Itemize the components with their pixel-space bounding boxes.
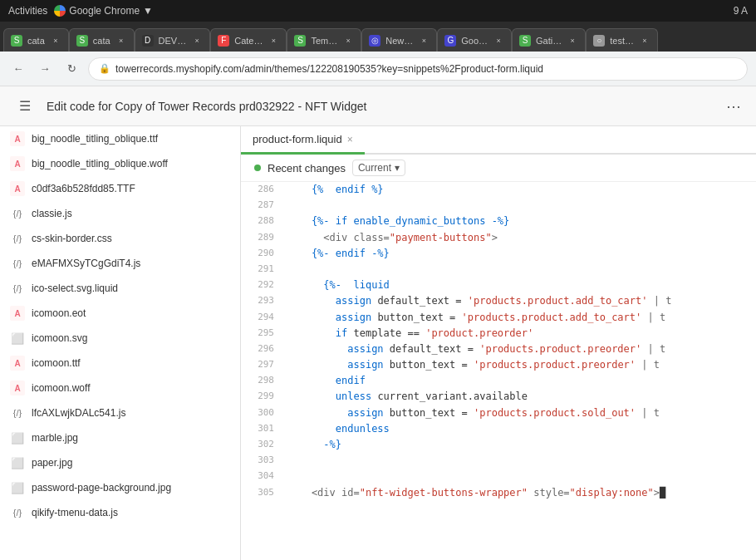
line-content[interactable]: assign button_text = 'products.product.a… bbox=[281, 310, 672, 326]
line-content[interactable]: endunless bbox=[281, 421, 396, 437]
line-content[interactable]: unless current_variant.available bbox=[281, 389, 534, 405]
tab-favicon: S bbox=[76, 35, 88, 47]
list-item[interactable]: Abig_noodle_titling_oblique.ttf bbox=[0, 126, 240, 151]
list-item[interactable]: Aicomoon.woff bbox=[0, 376, 240, 400]
table-row: 287 bbox=[241, 198, 756, 214]
status-dot bbox=[254, 165, 261, 171]
table-row: 299 unless current_variant.available bbox=[241, 389, 756, 405]
image-file-icon: ⬜ bbox=[10, 455, 25, 470]
list-item[interactable]: {/}qikify-tmenu-data.js bbox=[0, 500, 240, 525]
line-content[interactable]: {%- liquid bbox=[281, 278, 396, 293]
tab-close-button[interactable]: × bbox=[268, 35, 279, 47]
browser-tab-gati[interactable]: SGati…× bbox=[512, 28, 586, 52]
code-editor[interactable]: 286 {% endif %}287 288 {%- if enable_dyn… bbox=[241, 182, 756, 560]
line-number: 296 bbox=[241, 341, 281, 356]
tab-close-button[interactable]: × bbox=[342, 35, 354, 47]
browser-tab-dev[interactable]: DDEV…× bbox=[135, 28, 211, 52]
list-item[interactable]: Aicomoon.ttf bbox=[0, 351, 240, 376]
line-content[interactable] bbox=[281, 262, 300, 278]
more-options-button[interactable]: ⋯ bbox=[726, 97, 743, 115]
line-content[interactable]: {% endif %} bbox=[281, 182, 390, 198]
line-content[interactable]: {%- endif -%} bbox=[281, 246, 396, 262]
browser-tab-test[interactable]: ○test…× bbox=[586, 28, 658, 52]
table-row: 286 {% endif %} bbox=[241, 182, 756, 198]
tab-label: cata bbox=[27, 36, 45, 46]
forward-button[interactable]: → bbox=[35, 59, 55, 79]
back-button[interactable]: ← bbox=[8, 59, 28, 79]
list-item[interactable]: {/}cs-skin-border.css bbox=[0, 226, 240, 251]
tab-close-button[interactable]: × bbox=[418, 35, 430, 47]
list-item[interactable]: Aicomoon.eot bbox=[0, 301, 240, 326]
list-item[interactable]: Abig_noodle_titling_oblique.woff bbox=[0, 151, 240, 176]
line-content[interactable]: if template == 'product.preorder' bbox=[281, 326, 540, 341]
list-item[interactable]: Ac0df3a6b528fdd85.TTF bbox=[0, 176, 240, 201]
browser-name: Google Chrome ▼ bbox=[54, 5, 153, 17]
refresh-button[interactable]: ↻ bbox=[61, 59, 81, 79]
list-item[interactable]: {/}classie.js bbox=[0, 201, 240, 226]
line-number: 300 bbox=[241, 405, 281, 420]
line-content[interactable]: -%} bbox=[281, 437, 348, 453]
table-row: 303 bbox=[241, 453, 756, 469]
file-name: icomoon.eot bbox=[32, 307, 86, 319]
file-name: eMAFMXSyTCgGdiT4.js bbox=[32, 258, 140, 269]
file-name: icomoon.svg bbox=[32, 332, 87, 344]
list-item[interactable]: ⬜marble.jpg bbox=[0, 425, 240, 450]
editor-tab-bar: product-form.liquid × bbox=[241, 126, 756, 155]
table-row: 298 endif bbox=[241, 373, 756, 389]
line-content[interactable] bbox=[281, 469, 300, 484]
table-row: 302 -%} bbox=[241, 437, 756, 453]
line-content[interactable]: assign button_text = 'products.product.p… bbox=[281, 357, 666, 373]
url-bar[interactable]: 🔒 towerrecords.myshopify.com/admin/theme… bbox=[88, 57, 748, 81]
file-name: password-page-background.jpg bbox=[32, 482, 171, 494]
os-bar: Activities Google Chrome ▼ 9 A bbox=[0, 0, 756, 22]
list-item[interactable]: ⬜icomoon.svg bbox=[0, 326, 240, 351]
code-file-icon: {/} bbox=[10, 231, 25, 246]
sidebar-toggle-button[interactable]: ☰ bbox=[13, 95, 37, 118]
tab-close-button[interactable]: × bbox=[115, 35, 127, 47]
file-sidebar: Abig_noodle_titling_oblique.ttfAbig_nood… bbox=[0, 126, 241, 560]
browser-tab-tem[interactable]: STem…× bbox=[287, 28, 361, 52]
browser-tab-new[interactable]: ◎New…× bbox=[361, 28, 437, 52]
editor-tab-close-button[interactable]: × bbox=[347, 134, 353, 145]
tab-close-button[interactable]: × bbox=[567, 35, 578, 47]
line-content[interactable]: assign default_text = 'products.product.… bbox=[281, 293, 678, 309]
list-item[interactable]: ⬜paper.jpg bbox=[0, 450, 240, 475]
list-item[interactable]: {/}lfcAXLwjkDALc541.js bbox=[0, 400, 240, 425]
line-number: 305 bbox=[241, 485, 281, 500]
line-number: 294 bbox=[241, 310, 281, 325]
app-header: ☰ Edit code for Copy of Tower Records pr… bbox=[0, 86, 756, 126]
tab-close-button[interactable]: × bbox=[50, 35, 61, 47]
current-dropdown-button[interactable]: Current ▾ bbox=[352, 160, 405, 176]
tab-favicon: D bbox=[142, 35, 154, 47]
browser-tab-cata2[interactable]: Scata× bbox=[69, 28, 135, 52]
activities-label[interactable]: Activities bbox=[8, 5, 47, 17]
tab-label: DEV… bbox=[159, 36, 187, 46]
browser-tab-goo[interactable]: GGoo…× bbox=[437, 28, 512, 52]
file-name: big_noodle_titling_oblique.woff bbox=[32, 158, 168, 169]
line-content[interactable]: assign default_text = 'products.product.… bbox=[281, 341, 672, 357]
line-content[interactable]: assign button_text = 'products.product.s… bbox=[281, 405, 666, 421]
browser-tab-cata1[interactable]: Scata× bbox=[3, 28, 69, 52]
line-number: 304 bbox=[241, 469, 281, 484]
list-item[interactable]: {/}eMAFMXSyTCgGdiT4.js bbox=[0, 251, 240, 276]
tab-favicon: F bbox=[218, 35, 229, 47]
line-content[interactable]: <div id="nft-widget-buttons-wrapper" sty… bbox=[281, 485, 672, 501]
chevron-down-icon[interactable]: ▼ bbox=[143, 5, 153, 17]
page-title: Edit code for Copy of Tower Records prd0… bbox=[47, 100, 716, 113]
line-content[interactable]: {%- if enable_dynamic_buttons -%} bbox=[281, 214, 516, 229]
list-item[interactable]: {/}ico-select.svg.liquid bbox=[0, 276, 240, 301]
line-content[interactable]: endif bbox=[281, 373, 372, 389]
line-content[interactable]: <div class="payment-buttons"> bbox=[281, 230, 504, 246]
file-name: classie.js bbox=[32, 208, 72, 219]
list-item[interactable]: ⬜password-page-background.jpg bbox=[0, 475, 240, 500]
line-number: 295 bbox=[241, 326, 281, 341]
browser-tab-cate[interactable]: FCate…× bbox=[210, 28, 287, 52]
tab-close-button[interactable]: × bbox=[191, 35, 203, 47]
line-content[interactable] bbox=[281, 453, 300, 469]
tab-close-button[interactable]: × bbox=[639, 35, 650, 47]
editor-tab-product-form[interactable]: product-form.liquid × bbox=[241, 126, 365, 155]
table-row: 300 assign button_text = 'products.produ… bbox=[241, 405, 756, 421]
line-content[interactable] bbox=[281, 198, 300, 214]
file-name: c0df3a6b528fdd85.TTF bbox=[32, 183, 135, 194]
tab-close-button[interactable]: × bbox=[493, 35, 504, 47]
